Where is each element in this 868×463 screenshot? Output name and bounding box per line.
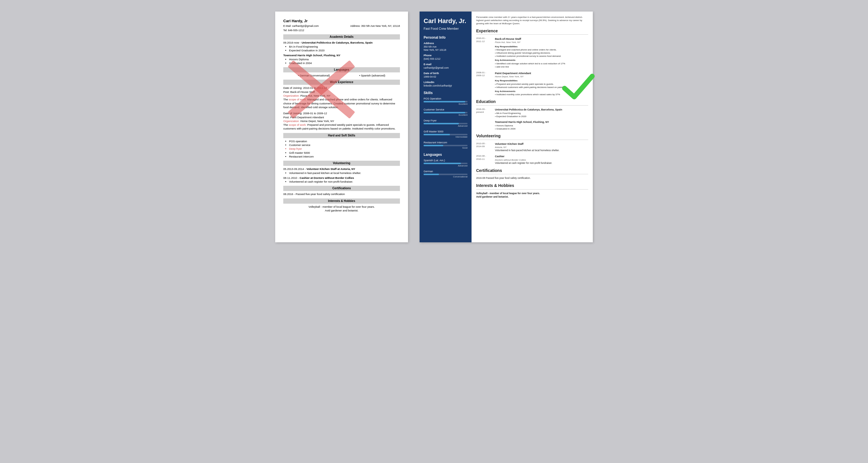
left-resume: Carl Hardy, Jr E-Mail: carlhardyjr@gmail… bbox=[275, 11, 408, 242]
left-skill1: POS operation bbox=[289, 139, 400, 143]
left-skill5: Restaurant intercom bbox=[289, 155, 400, 158]
edu1-b2: Expected Graduation in 2020 bbox=[495, 115, 588, 118]
sidebar-address-label: Address bbox=[424, 42, 467, 45]
left-address-label: Address: bbox=[350, 25, 361, 27]
right-summary: Personable crew member with 2+ years exp… bbox=[476, 15, 588, 25]
left-skill2: Customer service bbox=[289, 143, 400, 147]
left-work1-post: Post: Back-of-House Staff bbox=[283, 90, 315, 94]
exp1-resp1: Managed and coached phone and online ord… bbox=[495, 48, 588, 51]
skill-intercom: Restaurant Intercom Good bbox=[424, 141, 467, 149]
left-name: Carl Hardy, Jr bbox=[283, 19, 400, 24]
left-vol2-title: Cashier at Doctors without Border Collie… bbox=[300, 176, 354, 179]
sidebar-dob-label: Date of birth bbox=[424, 72, 467, 75]
right-title: Fast Food Crew Member bbox=[424, 27, 467, 31]
exp1-resp3: Instituted customer promotional survey t… bbox=[495, 55, 588, 58]
left-edu-date1: 09.2016-now - bbox=[283, 41, 302, 44]
left-skill3: Deep fryer bbox=[289, 147, 400, 151]
left-cert-header: Certifications bbox=[283, 186, 400, 191]
right-interests: Volleyball - member of local league for … bbox=[476, 192, 588, 199]
left-lang1: German (conversational) bbox=[300, 74, 330, 77]
left-vol1-date: 05.2013-09.2014 - bbox=[283, 167, 306, 170]
vol1-desc: Volunteered in fast-paced kitchen at loc… bbox=[495, 149, 588, 152]
vol2-desc: Volunteered at cash register for non-pro… bbox=[495, 162, 588, 165]
left-email: carlhardyjr@gmail.com bbox=[292, 25, 319, 27]
left-email-label: E-Mail: bbox=[283, 25, 291, 27]
left-interests-header: Interests & Hobbies bbox=[283, 198, 400, 204]
exp2-ach1: Instituted monthly color promotions whic… bbox=[495, 93, 588, 96]
exp2-resp1: Prepared and promoted weekly paint speci… bbox=[495, 82, 588, 86]
left-languages-header: Languages bbox=[283, 67, 400, 72]
right-interests-title: Interests & Hobbies bbox=[476, 183, 588, 190]
sidebar-skills-title: Skills bbox=[424, 91, 467, 95]
sidebar-personal-info-title: Personal Info bbox=[424, 35, 467, 39]
left-vol2-bullet: Volunteered at cash register for non-pro… bbox=[289, 180, 400, 184]
edu-entry-1: 2016-09 -present Universitat Politècnica… bbox=[476, 108, 588, 118]
left-work2-scope-label: The scope of work: bbox=[283, 123, 306, 126]
right-resume: Carl Hardy, Jr. Fast Food Crew Member Pe… bbox=[420, 11, 593, 242]
edu2-b1: Honors Diploma bbox=[495, 124, 588, 127]
left-work1-org: Organization: bbox=[283, 94, 300, 97]
vol-entry-1: 2013-05 -2014-09 Volunteer Kitchen Staff… bbox=[476, 142, 588, 153]
left-edu-school1: Universitat Politècnica de Catalunya, Ba… bbox=[302, 41, 372, 44]
edu-entry-2: Townsend Harris High School, Flushing, N… bbox=[476, 120, 588, 130]
sidebar-address: 350 5th AveNew York, NY 10118 bbox=[424, 45, 467, 52]
left-skills-header: Hard and Soft Skills bbox=[283, 133, 400, 138]
right-vol-title: Volunteering bbox=[476, 133, 588, 140]
left-skill4: Grill master 5000 bbox=[289, 151, 400, 155]
exp2-resp2: Influenced customers with paint-pairing … bbox=[495, 86, 588, 89]
left-work1-date: Date of Joining: 2010-01 to 2011-12 bbox=[283, 86, 327, 90]
right-name: Carl Hardy, Jr. bbox=[424, 17, 467, 25]
exp-entry-2: 2008-01 -2009-12 Paint Department Attend… bbox=[476, 71, 588, 96]
left-work2-post: Post: Paint Department Attendant bbox=[283, 116, 324, 119]
left-work2-org: Organization: bbox=[283, 120, 300, 123]
left-lang2: Spanish (advanced) bbox=[361, 74, 385, 77]
exp-entry-1: 2010-01 -2011-12 Back-of-House Staff Piz… bbox=[476, 37, 588, 68]
right-sidebar: Carl Hardy, Jr. Fast Food Crew Member Pe… bbox=[420, 11, 471, 242]
exp1-ach2: add one line bbox=[495, 65, 588, 68]
left-work-header: Work Experience bbox=[283, 79, 400, 85]
left-edu-bullet2: Expected Graduation in 2020 bbox=[289, 48, 400, 52]
left-tel: 646-555-1212 bbox=[288, 29, 304, 32]
left-vol1-title: Volunteer Kitchen Staff at Astoria, NY bbox=[306, 167, 355, 170]
sidebar-phone: (646) 555-1212 bbox=[424, 57, 467, 61]
right-experience-title: Experience bbox=[476, 28, 588, 35]
right-main: Personable crew member with 2+ years exp… bbox=[471, 11, 593, 242]
right-cert-entry: 2016-08 Passed five-year food safety cer… bbox=[476, 176, 588, 180]
edu1-b1: BA in Food Engineering bbox=[495, 112, 588, 115]
skill-deepfryer: Deep Fryer Advanced bbox=[424, 119, 467, 127]
left-edu-bullet3: Honors Diploma bbox=[289, 57, 400, 61]
sidebar-dob: 1989-04-02 bbox=[424, 75, 467, 78]
sidebar-languages-title: Languages bbox=[424, 153, 467, 157]
left-work1-scope-label: The scope of work: bbox=[283, 98, 306, 101]
lang-german: German Conversational bbox=[424, 170, 467, 178]
right-edu-title: Education bbox=[476, 99, 588, 106]
left-edu-bullet4: Graduated in 2004 bbox=[289, 61, 400, 65]
edu2-b2: Graduated in 2004 bbox=[495, 127, 588, 130]
left-tel-label: Tel: bbox=[283, 29, 287, 32]
left-interests-text: Volleyball - member of local league for … bbox=[283, 205, 400, 212]
skill-pos: POS Operation Excellent bbox=[424, 97, 467, 105]
right-cert-title: Certifications bbox=[476, 168, 588, 174]
left-vol-header: Volunteering bbox=[283, 161, 400, 166]
left-cert-entry: 08.2016 - Passed five-year food safety c… bbox=[283, 192, 345, 196]
left-edu-school2: Townsend Harris High School, Flushing, N… bbox=[283, 54, 340, 57]
exp1-ach1: Identified cold storage solution which l… bbox=[495, 62, 588, 65]
sidebar-linkedin-label: LinkedIn bbox=[424, 81, 467, 84]
exp1-resp2: Influenced dining guests' beverage-pairi… bbox=[495, 51, 588, 55]
left-vol1-bullet: Volunteered in fast-paced kitchen at loc… bbox=[289, 171, 400, 175]
vol-entry-2: 2010-08 -2010-11 Cashier Doctors without… bbox=[476, 155, 588, 165]
lang-spanish: Spanish (Lat. Am.) Advanced bbox=[424, 159, 467, 167]
left-edu-bullet1: BA in Food Engineering bbox=[289, 45, 400, 48]
left-address: 350 5th Ave New York, NY, 10118 bbox=[361, 25, 400, 27]
skill-grill: Grill Master 5000 Intermediate bbox=[424, 130, 467, 138]
skill-customer: Customer Service Excellent bbox=[424, 108, 467, 116]
sidebar-email: carlhardyjr@gmail.com bbox=[424, 66, 467, 69]
left-academic-header: Academic Details bbox=[283, 34, 400, 39]
sidebar-linkedin: linkedin.com/in/carlhardyjr bbox=[424, 84, 467, 88]
sidebar-email-label: E-mail bbox=[424, 63, 467, 66]
left-work2-date: Date of Joining: 2008-01 to 2009-12 bbox=[283, 112, 327, 115]
sidebar-phone-label: Phone bbox=[424, 54, 467, 57]
left-vol2-date: 08-11.2010 - bbox=[283, 176, 300, 179]
